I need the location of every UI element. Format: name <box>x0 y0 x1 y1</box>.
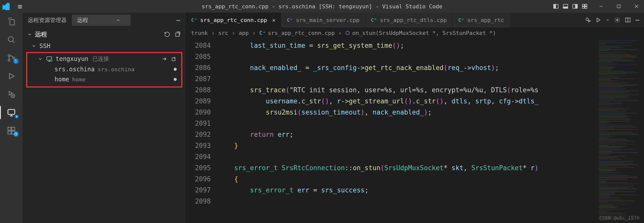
chevron-down-icon <box>38 56 43 61</box>
chevron-right-icon: › <box>232 30 235 36</box>
editor-group: C⁺ srs_app_rtc_conn.cpp ✕ C⁺ srs_main_se… <box>186 13 644 223</box>
svg-rect-39 <box>172 58 175 61</box>
tab[interactable]: C⁺ srs_main_server.cpp <box>281 13 365 27</box>
tab-active[interactable]: C⁺ srs_app_rtc_conn.cpp ✕ <box>186 13 281 27</box>
svg-rect-33 <box>176 33 179 36</box>
code-area: 2084208520862087208820892090209120922093… <box>186 38 644 223</box>
window-controls <box>596 3 641 10</box>
svg-rect-8 <box>582 7 584 8</box>
tab-label: srs_app_rtc <box>467 17 504 23</box>
split-editor-icon[interactable] <box>625 17 631 23</box>
chevron-down-icon <box>116 18 120 23</box>
cpp-file-icon: C⁺ <box>259 30 266 36</box>
activity-debug-alt[interactable] <box>5 89 18 99</box>
activity-source-control[interactable]: 5 <box>5 53 18 63</box>
sidebar: 远程资源管理器 远程 ⋯ 远程 SSH <box>23 13 186 223</box>
window-title: srs_app_rtc_conn.cpp - srs.oschina [SSH:… <box>202 3 443 10</box>
maximize-button[interactable] <box>614 3 624 10</box>
tab-label: srs_app_rtc_dtls.cpp <box>380 17 447 23</box>
svg-rect-6 <box>582 4 584 6</box>
cpp-file-icon: C⁺ <box>191 17 197 23</box>
tab[interactable]: C⁺ srs_app_rtc <box>453 13 510 27</box>
chevron-right-icon: › <box>211 30 215 36</box>
run-icon[interactable] <box>596 17 601 23</box>
svg-marker-44 <box>597 18 600 22</box>
svg-point-42 <box>586 18 588 20</box>
ssh-host-status: 已连接 <box>92 55 109 63</box>
activity-search[interactable] <box>5 35 18 45</box>
vscode-logo-icon <box>3 3 10 10</box>
layout-secondary-icon[interactable] <box>572 3 578 10</box>
remote-target-select[interactable]: 远程 <box>72 15 131 26</box>
svg-point-16 <box>8 55 10 57</box>
watermark: CSDN @wbc_1939 <box>599 215 639 220</box>
svg-rect-7 <box>585 4 587 6</box>
svg-line-15 <box>12 41 14 43</box>
chevron-down-icon <box>27 32 32 37</box>
cpp-file-icon: C⁺ <box>371 17 377 23</box>
highlight-box: tengxuyun 已连接 srs.oschina srs.oschina <box>26 52 182 87</box>
svg-marker-43 <box>588 20 590 22</box>
breadcrumb-seg: trunk <box>191 30 208 36</box>
more-icon[interactable]: ⋯ <box>635 16 639 24</box>
gear-icon[interactable] <box>614 17 620 23</box>
folder-desc: srs.oschina <box>98 66 135 73</box>
tab-label: srs_main_server.cpp <box>296 17 359 23</box>
breadcrumbs[interactable]: trunk › src › app › C⁺srs_app_rtc_conn.c… <box>186 27 644 38</box>
code-editor[interactable]: last_stun_time = srs_get_system_time(); … <box>218 38 597 223</box>
svg-rect-1 <box>554 4 556 8</box>
svg-point-17 <box>8 59 10 61</box>
main: 5 远程资源管理器 远程 ⋯ <box>0 13 644 223</box>
close-button[interactable] <box>631 3 641 10</box>
menu-icon[interactable]: ≡ <box>18 2 22 11</box>
remote-folder-row[interactable]: srs.oschina srs.oschina <box>27 64 181 74</box>
chevron-down-icon[interactable] <box>606 18 610 22</box>
tab[interactable]: C⁺ srs_app_rtc_dtls.cpp <box>365 13 453 27</box>
extensions-badge-icon <box>13 131 19 137</box>
svg-marker-19 <box>9 74 14 79</box>
layout-panel-icon[interactable] <box>562 3 569 10</box>
line-gutter: 2084208520862087208820892090209120922093… <box>186 38 218 223</box>
ssh-group-row[interactable]: SSH <box>23 41 185 51</box>
current-indicator-icon <box>174 78 177 81</box>
remote-section-label: 远程 <box>35 30 47 38</box>
folder-desc: home <box>72 76 86 83</box>
debug-config-icon[interactable] <box>585 17 591 23</box>
minimize-button[interactable] <box>596 3 606 10</box>
scm-badge: 5 <box>13 58 19 64</box>
editor-actions: ⋯ <box>580 13 644 27</box>
new-remote-window-icon[interactable] <box>171 56 177 62</box>
breadcrumb-seg: C⁺srs_app_rtc_conn.cpp <box>259 30 334 36</box>
remote-folder-row[interactable]: home home <box>27 74 181 84</box>
editor-tabs: C⁺ srs_app_rtc_conn.cpp ✕ C⁺ srs_main_se… <box>186 13 644 27</box>
new-window-icon[interactable] <box>175 31 181 37</box>
folder-name: srs.oschina <box>55 66 95 73</box>
activity-run-debug[interactable] <box>5 71 18 81</box>
remote-section-header[interactable]: 远程 <box>23 28 185 41</box>
chevron-down-icon <box>31 43 36 49</box>
svg-rect-29 <box>8 131 11 134</box>
symbol-method-icon <box>345 30 350 35</box>
chevron-right-icon: › <box>252 30 255 36</box>
svg-point-14 <box>8 37 13 42</box>
breadcrumb-seg: app <box>239 30 249 36</box>
titlebar-right <box>553 3 641 10</box>
minimap[interactable] <box>597 38 644 223</box>
breadcrumb-seg: on_stun(SrsUdpMuxSocket *, SrsStunPacket… <box>345 30 496 36</box>
svg-rect-9 <box>585 7 587 8</box>
activity-explorer[interactable] <box>5 16 18 27</box>
sidebar-more-icon[interactable]: ⋯ <box>176 16 180 24</box>
remote-target-label: 远程 <box>77 16 88 24</box>
layout-primary-icon[interactable] <box>553 3 559 10</box>
activity-remote-explorer[interactable] <box>5 107 18 118</box>
svg-rect-11 <box>617 5 620 8</box>
remote-host-icon <box>46 56 53 62</box>
svg-rect-3 <box>563 7 568 8</box>
ssh-host-row[interactable]: tengxuyun 已连接 <box>27 54 181 64</box>
connect-arrow-icon[interactable] <box>162 56 167 62</box>
activity-extensions[interactable] <box>5 126 18 136</box>
chevron-right-icon: › <box>338 30 342 36</box>
refresh-icon[interactable] <box>164 31 170 37</box>
close-icon[interactable]: ✕ <box>272 17 275 23</box>
layout-grid-icon[interactable] <box>581 3 588 10</box>
